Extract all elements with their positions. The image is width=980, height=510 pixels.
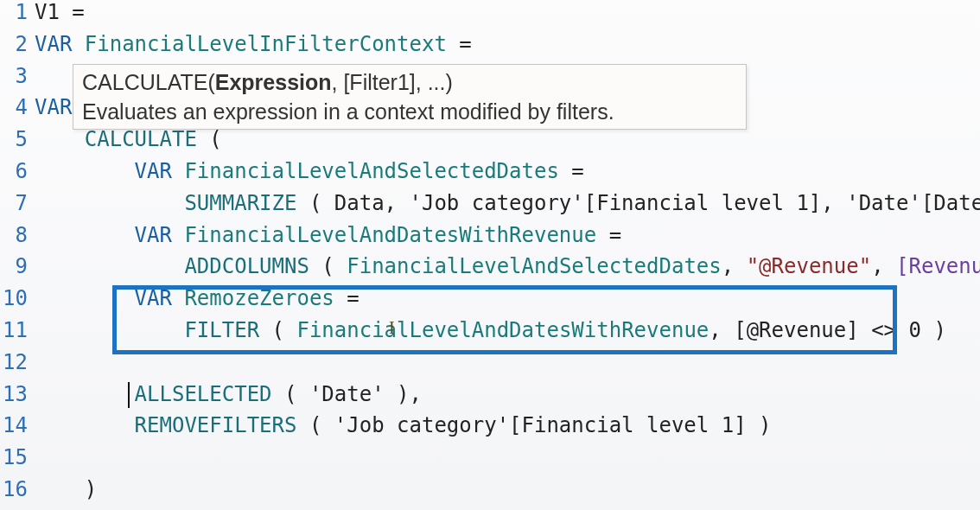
tooltip-fn: CALCULATE( bbox=[82, 70, 215, 94]
code-line[interactable]: 13 ALLSELECTED ( 'Date' ), bbox=[0, 382, 980, 414]
keyword-var: VAR bbox=[35, 32, 85, 56]
indent bbox=[35, 223, 135, 247]
measure-ref: [Revenue] bbox=[896, 254, 980, 278]
indent bbox=[35, 127, 85, 151]
code-content: ALLSELECTED ( 'Date' ), bbox=[33, 382, 422, 406]
code-content: CALCULATE ( bbox=[33, 127, 222, 151]
tooltip-signature: CALCULATE(Expression, [Filter1], ...) bbox=[82, 68, 737, 98]
function-allselected: ALLSELECTED bbox=[135, 382, 272, 406]
equals: = bbox=[447, 32, 472, 56]
comma: , bbox=[871, 254, 896, 278]
code-content: VAR FinancialLevelAndDatesWithRevenue = bbox=[33, 223, 621, 247]
code-line[interactable]: 12 bbox=[0, 350, 980, 382]
args: ( Data, 'Job category'[Financial level 1… bbox=[296, 191, 980, 215]
string-literal: "@Revenue" bbox=[747, 254, 872, 278]
code-line[interactable]: 7 SUMMARIZE ( Data, 'Job category'[Finan… bbox=[0, 191, 980, 223]
code-content: VAR FinancialLevelInFilterContext = bbox=[33, 32, 472, 56]
code-content: ADDCOLUMNS ( FinancialLevelAndSelectedDa… bbox=[33, 254, 980, 278]
line-number: 1 bbox=[0, 0, 33, 24]
line-number: 3 bbox=[0, 64, 33, 88]
code-content: V1 = bbox=[33, 0, 85, 24]
code-line[interactable]: 9 ADDCOLUMNS ( FinancialLevelAndSelected… bbox=[0, 254, 980, 286]
line-number: 7 bbox=[0, 191, 33, 215]
function-removefilters: REMOVEFILTERS bbox=[135, 413, 297, 437]
paren: ( bbox=[197, 127, 222, 151]
line-number: 5 bbox=[0, 127, 33, 151]
line-number: 16 bbox=[0, 477, 33, 501]
function-addcolumns: ADDCOLUMNS bbox=[184, 254, 309, 278]
line-number: 11 bbox=[0, 318, 33, 342]
code-content: ) bbox=[33, 477, 97, 501]
code-line[interactable]: 6 VAR FinancialLevelAndSelectedDates = bbox=[0, 159, 980, 191]
paren: ( bbox=[259, 318, 296, 342]
line-number: 13 bbox=[0, 382, 33, 406]
identifier: FinancialLevelAndSelectedDates bbox=[347, 254, 721, 278]
identifier: FinancialLevelInFilterContext bbox=[85, 32, 447, 56]
tooltip-bold-arg: Expression bbox=[215, 70, 332, 94]
identifier: RemozeZeroes bbox=[184, 286, 334, 310]
line-number: 12 bbox=[0, 350, 33, 374]
function-calculate: CALCULATE bbox=[85, 127, 197, 151]
indent bbox=[35, 477, 85, 501]
keyword-var: VAR bbox=[135, 223, 185, 247]
identifier: FinancialLevelAndDatesWithRevenue bbox=[296, 318, 709, 342]
line-number: 9 bbox=[0, 254, 33, 278]
keyword-var: VAR bbox=[135, 286, 185, 310]
indent bbox=[35, 382, 135, 406]
tooltip-description: Evaluates an expression in a context mod… bbox=[82, 98, 737, 127]
identifier: FinancialLevelAndSelectedDates bbox=[184, 159, 558, 183]
indent bbox=[35, 286, 135, 310]
indent bbox=[35, 413, 135, 437]
paren: ( bbox=[309, 254, 347, 278]
condition: [@Revenue] <> 0 bbox=[734, 318, 921, 342]
line-number: 2 bbox=[0, 32, 33, 56]
indent bbox=[35, 159, 135, 183]
identifier: FinancialLevelAndDatesWithRevenue bbox=[184, 223, 596, 247]
function-filter: FILTER bbox=[184, 318, 259, 342]
code-editor[interactable]: 1 V1 = 2 VAR FinancialLevelInFilterConte… bbox=[0, 0, 980, 510]
equals: = bbox=[559, 159, 584, 183]
code-line[interactable]: 2 VAR FinancialLevelInFilterContext = bbox=[0, 32, 980, 64]
equals: = bbox=[596, 223, 621, 247]
indent bbox=[35, 191, 184, 215]
code-line[interactable]: 15 bbox=[0, 445, 980, 477]
code-line[interactable]: 5 CALCULATE ( bbox=[0, 127, 980, 159]
equals: = bbox=[334, 286, 360, 310]
line-number: 10 bbox=[0, 286, 33, 310]
comma: , bbox=[722, 254, 747, 278]
code-line[interactable]: 14 REMOVEFILTERS ( 'Job category'[Financ… bbox=[0, 413, 980, 445]
line-number: 6 bbox=[0, 159, 33, 183]
code-content: VAR RemozeZeroes = bbox=[33, 286, 360, 310]
code-line[interactable]: 11 FILTER ( FinancialLevelAndDatesWithRe… bbox=[0, 318, 980, 350]
paren: ) bbox=[85, 477, 97, 501]
args: ( 'Date' ), bbox=[272, 382, 422, 406]
code-line[interactable]: 10 VAR RemozeZeroes = bbox=[0, 286, 980, 318]
args: ( 'Job category'[Financial level 1] ) bbox=[296, 413, 771, 437]
keyword-var: VAR bbox=[135, 159, 185, 183]
line-number: 14 bbox=[0, 413, 33, 437]
code-line[interactable]: 16 ) bbox=[0, 477, 980, 509]
intellisense-tooltip: CALCULATE(Expression, [Filter1], ...) Ev… bbox=[73, 64, 747, 130]
measure-name: V1 bbox=[35, 0, 60, 24]
code-line[interactable]: 1 V1 = bbox=[0, 0, 980, 32]
line-number: 4 bbox=[0, 95, 33, 119]
code-content: SUMMARIZE ( Data, 'Job category'[Financi… bbox=[33, 191, 980, 215]
text-caret bbox=[128, 382, 130, 408]
comma: , bbox=[709, 318, 734, 342]
line-number: 8 bbox=[0, 223, 33, 247]
indent bbox=[35, 254, 184, 278]
paren: ) bbox=[921, 318, 946, 342]
code-content: VAR FinancialLevelAndSelectedDates = bbox=[33, 159, 584, 183]
code-content: FILTER ( FinancialLevelAndDatesWithReven… bbox=[33, 318, 946, 342]
indent bbox=[35, 318, 184, 342]
function-summarize: SUMMARIZE bbox=[184, 191, 296, 215]
code-content: REMOVEFILTERS ( 'Job category'[Financial… bbox=[33, 413, 772, 437]
equals: = bbox=[60, 0, 85, 24]
tooltip-rest: , [Filter1], ...) bbox=[332, 70, 453, 94]
line-number: 15 bbox=[0, 445, 33, 469]
code-line[interactable]: 8 VAR FinancialLevelAndDatesWithRevenue … bbox=[0, 223, 980, 255]
